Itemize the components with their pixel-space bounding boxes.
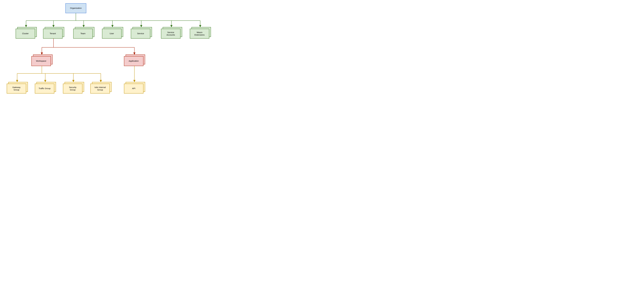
label-application: Application xyxy=(129,60,139,62)
label-cluster: Cluster xyxy=(22,32,29,35)
node-traffic-group: Traffic Group xyxy=(35,82,56,93)
node-api: API xyxy=(124,82,145,93)
label-gateway-l2: Group xyxy=(14,89,19,91)
edges-tenant xyxy=(42,39,134,54)
label-service-accounts-l1: Service xyxy=(167,31,174,34)
node-cluster: Cluster xyxy=(16,27,36,39)
label-user: User xyxy=(110,32,114,35)
label-wasm-l2: Extensions xyxy=(194,34,204,36)
label-wasm-l1: Wasm xyxy=(197,31,202,34)
node-security-group: Security Group xyxy=(63,82,84,93)
label-service-accounts-l2: Accounts xyxy=(166,34,175,36)
hierarchy-diagram: Organization Cluster Tenant Team User Se… xyxy=(0,0,214,101)
label-security-l1: Security xyxy=(69,86,76,88)
node-gateway-group: Gateway Group xyxy=(7,82,28,93)
label-organization: Organization xyxy=(70,7,82,9)
node-wasm-extensions: Wasm Extensions xyxy=(190,27,211,39)
node-user: User xyxy=(102,27,123,39)
label-service: Service xyxy=(137,32,144,35)
node-application: Application xyxy=(124,55,145,66)
node-istio-internal-group: Istio Internal Group xyxy=(90,82,111,93)
node-workspace: Workspace xyxy=(32,55,52,66)
edges-workspace xyxy=(17,66,101,82)
label-istio-l2: Group xyxy=(97,89,103,91)
label-istio-l1: Istio Internal xyxy=(94,86,106,88)
label-workspace: Workspace xyxy=(36,60,46,62)
label-gateway-l1: Gateway xyxy=(12,86,20,88)
edges-organization xyxy=(26,13,200,27)
label-security-l2: Group xyxy=(70,89,76,91)
label-tenant: Tenant xyxy=(50,32,56,35)
node-organization: Organization xyxy=(66,4,86,13)
node-team: Team xyxy=(73,27,94,39)
node-service-accounts: Service Accounts xyxy=(161,27,182,39)
label-team: Team xyxy=(80,32,86,35)
node-service: Service xyxy=(131,27,152,39)
label-traffic-group: Traffic Group xyxy=(39,87,50,90)
label-api: API xyxy=(132,87,135,90)
node-tenant: Tenant xyxy=(43,27,64,39)
